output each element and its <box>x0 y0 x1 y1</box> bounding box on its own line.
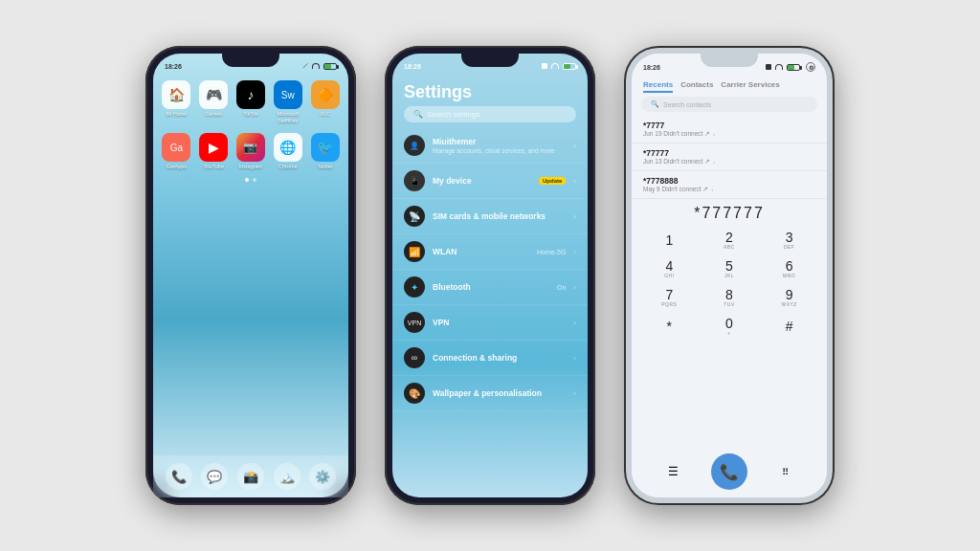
dial-num-7: 7 <box>665 288 673 301</box>
tab-carrier[interactable]: Carrier Services <box>721 78 779 93</box>
page-dot-2 <box>253 178 256 182</box>
dial-letters-8: TUV <box>724 301 735 307</box>
menu-btn[interactable]: ☰ <box>658 457 687 486</box>
dock-messages[interactable]: 💬 <box>201 463 228 490</box>
dial-btn-4[interactable]: 4 GHI <box>639 254 700 283</box>
chevron-icon-vpn: › <box>573 319 576 327</box>
dock-settings[interactable]: ⚙️ <box>309 463 336 490</box>
wifi-icon-2 <box>551 63 559 69</box>
dial-btn-0[interactable]: 0 + <box>700 312 760 341</box>
app-chrome[interactable]: 🌐 Chrome <box>272 133 303 170</box>
app-label-instagram: Instagram <box>239 164 262 170</box>
mydevice-content: My device <box>433 176 531 186</box>
wlan-title: WLAN <box>433 247 529 256</box>
dial-btn-1[interactable]: 1 <box>639 226 700 254</box>
page-dot-1 <box>245 178 249 182</box>
vlc-icon: 🔶 <box>311 80 340 109</box>
signal-icon-3 <box>766 64 771 70</box>
bluetooth-value: On <box>557 284 566 291</box>
dock-phone[interactable]: 📞 <box>166 463 192 490</box>
settings-item-mydevice[interactable]: 📱 My device Update › <box>392 164 588 199</box>
battery-icon-3 <box>787 64 800 71</box>
status-time-1: 18:26 <box>165 63 182 70</box>
settings-item-vpn[interactable]: VPN VPN › <box>392 305 588 341</box>
app-youtube[interactable]: ▶ YouTube <box>198 133 230 170</box>
app-mihome[interactable]: 🏠 Mi Home <box>161 80 192 123</box>
recent-item-1[interactable]: *7777 Jun 19 Didn't connect ↗ › <box>632 116 827 143</box>
dial-letters-3: DEF <box>784 244 795 250</box>
vpn-icon: VPN <box>404 312 425 333</box>
app-getapps[interactable]: Ga GetApps <box>161 133 192 170</box>
recent-item-3[interactable]: *7778888 May 9 Didn't connect ↗ › <box>632 171 827 199</box>
dial-num-3: 3 <box>786 231 793 244</box>
app-swiftkey[interactable]: Sw Microsoft SwiftKey <box>272 80 303 123</box>
tab-recents[interactable]: Recents <box>643 78 673 93</box>
call-button[interactable]: 📞 <box>711 453 747 490</box>
app-label-youtube: YouTube <box>203 164 224 170</box>
app-twitter[interactable]: 🐦 Twitter <box>309 133 341 170</box>
wallpaper-icon: 🎨 <box>404 383 425 404</box>
dial-btn-6[interactable]: 6 MNO <box>759 254 819 283</box>
sim-icon: 📡 <box>404 206 425 227</box>
dial-btn-2[interactable]: 2 ABC <box>700 226 760 254</box>
dock-gallery[interactable]: 🏔️ <box>274 463 301 490</box>
battery-icon <box>323 63 337 70</box>
dock-camera[interactable]: 📸 <box>237 463 264 490</box>
app-label-mihome: Mi Home <box>166 111 187 118</box>
miuithemer-sub: Manage accounts, cloud services, and mor… <box>433 147 566 154</box>
recent-item-2[interactable]: *77777 Jun 13 Didn't connect ↗ › <box>632 143 827 171</box>
arrow-icon-1: › <box>713 131 715 137</box>
app-instagram[interactable]: 📷 Instagram <box>235 133 267 170</box>
settings-search[interactable]: 🔍 Search settings <box>404 106 576 122</box>
bluetooth-content: Bluetooth <box>433 282 549 292</box>
app-games[interactable]: 🎮 Games <box>198 80 230 123</box>
vpn-content: VPN <box>433 318 566 327</box>
chevron-icon-sim: › <box>573 212 576 221</box>
dial-num-star: * <box>667 320 672 333</box>
app-grid-row1: 🏠 Mi Home 🎮 Games ♪ TikTok Sw Microsoft … <box>153 77 348 127</box>
dialer-tabs: Recents Contacts Carrier Services <box>632 75 827 93</box>
dial-btn-3[interactable]: 3 DEF <box>759 226 819 254</box>
phone-2-screen: 18:26 Settings 🔍 Search settings <box>392 54 588 497</box>
chevron-icon-connection: › <box>573 354 576 363</box>
settings-item-bluetooth[interactable]: ✦ Bluetooth On › <box>392 270 588 305</box>
app-vlc[interactable]: 🔶 VLC <box>309 80 341 123</box>
chevron-icon-miuithemer: › <box>573 142 576 150</box>
dial-btn-star[interactable]: * <box>639 312 700 341</box>
mydevice-icon: 📱 <box>404 170 425 191</box>
settings-screen: 18:26 Settings 🔍 Search settings <box>392 54 588 497</box>
dial-btn-5[interactable]: 5 JKL <box>700 254 760 283</box>
settings-list: 👤 Miuithemer Manage accounts, cloud serv… <box>392 128 588 497</box>
sim-content: SIM cards & mobile networks <box>433 211 566 221</box>
dial-btn-7[interactable]: 7 PQRS <box>639 283 700 312</box>
dial-number-display: *777777 <box>632 199 827 226</box>
recent-number-3: *7778888 <box>643 176 815 186</box>
settings-item-wlan[interactable]: 📶 WLAN Home-5G › <box>392 234 588 270</box>
settings-item-wallpaper[interactable]: 🎨 Wallpaper & personalisation › <box>392 376 588 411</box>
dial-btn-hash[interactable]: # <box>759 312 819 341</box>
recent-number-2: *77777 <box>643 148 815 158</box>
miuithemer-icon: 👤 <box>404 135 425 156</box>
games-icon: 🎮 <box>199 80 228 109</box>
settings-item-connection[interactable]: ∞ Connection & sharing › <box>392 341 588 376</box>
dock: 📞 💬 📸 🏔️ ⚙️ <box>153 455 348 497</box>
wallpaper-content: Wallpaper & personalisation <box>433 388 566 398</box>
app-tiktok[interactable]: ♪ TikTok <box>235 80 267 123</box>
settings-item-miuithemer[interactable]: 👤 Miuithemer Manage accounts, cloud serv… <box>392 128 588 164</box>
sim-title: SIM cards & mobile networks <box>433 211 566 221</box>
settings-item-sim[interactable]: 📡 SIM cards & mobile networks › <box>392 199 588 234</box>
wifi-icon-3 <box>775 64 783 70</box>
contacts-search[interactable]: 🔍 Search contacts <box>641 97 817 112</box>
signal-icon <box>302 63 308 69</box>
youtube-icon: ▶ <box>199 133 228 162</box>
app-grid-row2: Ga GetApps ▶ YouTube 📷 Instagram 🌐 Chrom… <box>153 129 348 174</box>
dial-btn-8[interactable]: 8 TUV <box>700 283 760 312</box>
app-label-getapps: GetApps <box>167 164 187 170</box>
dial-btn-9[interactable]: 9 WXYZ <box>759 283 819 312</box>
connection-title: Connection & sharing <box>433 353 566 363</box>
connection-icon: ∞ <box>404 347 425 368</box>
chevron-icon-bluetooth: › <box>573 283 576 292</box>
dialpad-btn[interactable]: ⠿ <box>771 457 800 486</box>
tab-contacts[interactable]: Contacts <box>680 78 713 93</box>
gear-icon[interactable]: ⚙ <box>806 62 815 72</box>
